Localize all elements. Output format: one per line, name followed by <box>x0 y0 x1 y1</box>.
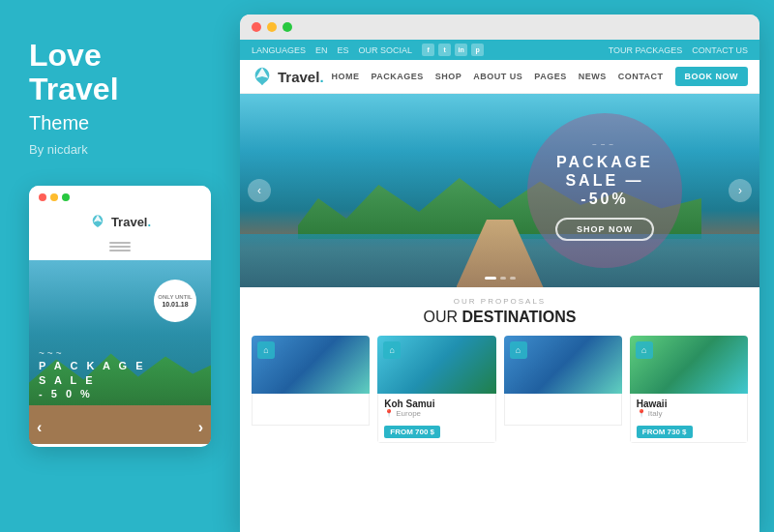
hamburger-line <box>109 242 131 244</box>
desktop-preview: LANGUAGES EN ES OUR SOCIAL f t in p TOUR… <box>240 15 759 532</box>
hamburger-line <box>109 250 131 251</box>
mobile-logo-icon <box>89 213 106 230</box>
hero-nav-arrows: ‹ › <box>240 179 759 202</box>
nav-shop[interactable]: SHOP <box>435 72 462 81</box>
mobile-hero: ONLY UNTIL 10.01.18 ~~~ P A C K A G E S … <box>29 260 211 444</box>
mobile-prev-arrow[interactable]: ‹ <box>37 419 42 436</box>
mobile-package-text: ~~~ P A C K A G E S A L E - 5 0 % <box>39 348 146 400</box>
mobile-dot-red <box>39 193 46 201</box>
hawaii-price: FROM 730 $ <box>637 426 693 438</box>
desktop-title-bar <box>240 15 759 40</box>
mobile-logo-row: Travel. <box>39 209 201 234</box>
mobile-mockup: Travel. ONLY UNTIL 10.01.18 ~~~ P A C K … <box>29 186 211 447</box>
hawaii-location: 📍Italy <box>637 409 741 418</box>
destinations-label: OUR PROPOSALS <box>252 297 748 306</box>
theme-title: Love Travel <box>29 39 211 106</box>
destination-cards: ⌂ ⌂ Koh Samui 📍Europe FROM <box>252 336 748 443</box>
destinations-section: OUR PROPOSALS OUR DESTINATIONS ⌂ ⌂ <box>240 287 759 532</box>
mobile-window-dots <box>39 193 201 201</box>
desktop-content: LANGUAGES EN ES OUR SOCIAL f t in p TOUR… <box>240 40 759 532</box>
nav-logo-icon <box>252 66 273 87</box>
shop-now-button[interactable]: SHOP NOW <box>555 218 654 241</box>
contact-us-link[interactable]: CONTACT US <box>692 45 748 55</box>
nav-pages[interactable]: PAGES <box>534 72 566 81</box>
title-dot-red <box>252 22 261 32</box>
dest-card-1-icon: ⌂ <box>257 341 275 359</box>
social-icons: f t in p <box>422 44 484 56</box>
mobile-hamburger[interactable] <box>39 238 201 255</box>
dest-card-hawaii-info: Hawaii 📍Italy FROM 730 $ <box>630 394 748 443</box>
dest-card-3-icon: ⌂ <box>510 341 527 359</box>
mobile-hero-arrows: ‹ › <box>29 419 211 436</box>
dest-card-1-info <box>252 394 370 426</box>
lang-es[interactable]: ES <box>338 45 349 55</box>
mobile-dot-yellow <box>50 193 58 201</box>
title-dot-green <box>283 22 292 32</box>
hero-wave: ~~~ <box>592 140 617 149</box>
dest-card-hawaii[interactable]: ⌂ Hawaii 📍Italy FROM 730 $ <box>630 336 748 443</box>
desktop-navbar: Travel. HOME PACKAGES SHOP ABOUT US PAGE… <box>240 60 759 94</box>
hero-slide-dots <box>485 277 516 280</box>
hero-dot-2[interactable] <box>500 277 506 280</box>
mobile-logo-dot: . <box>147 215 151 229</box>
nav-links: HOME PACKAGES SHOP ABOUT US PAGES NEWS C… <box>331 67 748 86</box>
nav-home[interactable]: HOME <box>331 72 359 81</box>
dest-card-koh-info: Koh Samui 📍Europe FROM 700 $ <box>377 394 495 443</box>
dest-card-koh-icon: ⌂ <box>383 341 401 359</box>
hero-dot-3[interactable] <box>510 277 516 280</box>
left-panel: Love Travel Theme By nicdark Travel. <box>0 0 240 532</box>
mobile-logo-text: Travel. <box>111 215 151 229</box>
mobile-next-arrow[interactable]: › <box>198 419 203 436</box>
dest-card-3[interactable]: ⌂ <box>504 336 622 443</box>
nav-news[interactable]: NEWS <box>579 72 607 81</box>
nav-packages[interactable]: PACKAGES <box>371 72 423 81</box>
nav-contact[interactable]: CONTACT <box>618 72 664 81</box>
our-social-label: OUR SOCIAL <box>359 45 413 55</box>
mobile-dot-green <box>62 193 70 201</box>
dest-card-3-info <box>504 394 622 426</box>
lang-en[interactable]: EN <box>315 45 328 55</box>
nav-about[interactable]: ABOUT US <box>473 72 522 81</box>
dest-card-koh-samui[interactable]: ⌂ Koh Samui 📍Europe FROM 700 $ <box>377 336 495 443</box>
twitter-icon[interactable]: t <box>438 44 451 56</box>
title-dot-yellow <box>267 22 277 32</box>
hero-prev-arrow[interactable]: ‹ <box>248 179 271 202</box>
facebook-icon[interactable]: f <box>422 44 434 56</box>
hero-next-arrow[interactable]: › <box>729 179 752 202</box>
linkedin-icon[interactable]: in <box>455 44 467 56</box>
koh-samui-location: 📍Europe <box>384 409 489 418</box>
mobile-top-bar: Travel. <box>29 186 211 260</box>
desktop-topbar: LANGUAGES EN ES OUR SOCIAL f t in p TOUR… <box>240 40 759 60</box>
topbar-left: LANGUAGES EN ES OUR SOCIAL f t in p <box>252 44 484 56</box>
koh-samui-price: FROM 700 $ <box>384 426 440 438</box>
nav-logo: Travel. <box>252 66 324 87</box>
location-pin-icon: 📍 <box>637 409 646 418</box>
dest-card-1[interactable]: ⌂ <box>252 336 370 443</box>
hero-dot-1[interactable] <box>485 277 496 280</box>
pinterest-icon[interactable]: p <box>471 44 484 56</box>
desktop-hero: ~~~ PACKAGE SALE — -50% SHOP NOW ‹ › <box>240 94 759 287</box>
languages-label: LANGUAGES <box>252 45 306 55</box>
dest-card-hawaii-icon: ⌂ <box>636 341 653 359</box>
destinations-title: OUR DESTINATIONS <box>252 309 748 326</box>
theme-subtitle: Theme <box>29 112 211 134</box>
hawaii-name: Hawaii <box>637 399 741 409</box>
nav-logo-text: Travel. <box>278 69 324 85</box>
hamburger-line <box>109 246 131 248</box>
location-pin-icon: 📍 <box>384 409 394 418</box>
theme-author: By nicdark <box>29 142 211 157</box>
koh-samui-name: Koh Samui <box>384 399 489 409</box>
book-now-button[interactable]: BOOK NOW <box>675 67 749 86</box>
tour-packages-link[interactable]: TOUR PACKAGES <box>609 45 683 55</box>
topbar-right: TOUR PACKAGES CONTACT US <box>609 45 748 55</box>
